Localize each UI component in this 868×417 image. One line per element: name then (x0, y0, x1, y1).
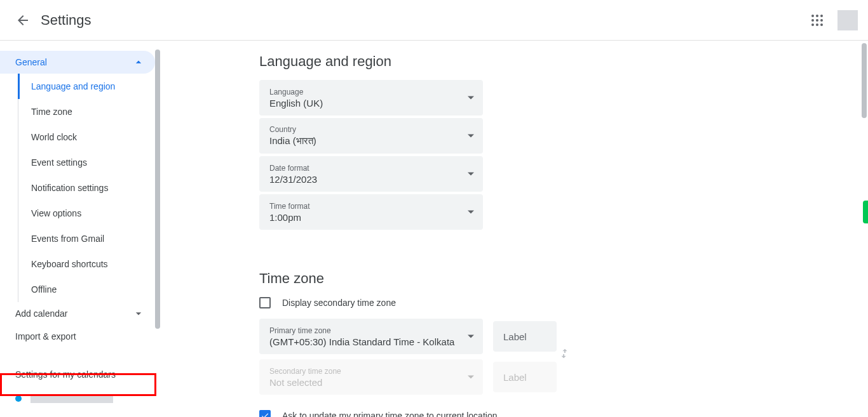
page-title: Settings (41, 12, 92, 29)
chevron-down-icon (132, 307, 145, 320)
check-icon (261, 411, 269, 417)
primary-timezone-label-input[interactable]: Label (493, 321, 557, 352)
section-title-language-region: Language and region (259, 53, 868, 70)
secondary-timezone-value: Not selected (269, 377, 478, 388)
dropdown-arrow-icon (468, 135, 474, 138)
sidebar-add-calendar-label: Add calendar (15, 308, 68, 319)
svg-point-2 (820, 15, 823, 17)
sidebar-item-notification-settings[interactable]: Notification settings (18, 175, 155, 201)
country-select-label: Country (269, 125, 478, 134)
secondary-timezone-label: Secondary time zone (269, 367, 478, 376)
sidebar-item-world-clock[interactable]: World clock (18, 124, 155, 150)
svg-point-0 (811, 15, 814, 17)
section-title-time-zone: Time zone (259, 270, 868, 287)
dropdown-arrow-icon (468, 211, 474, 214)
country-select[interactable]: Country India (भारत) (259, 118, 483, 154)
calendar-name-placeholder (31, 394, 113, 403)
date-format-select-value: 12/31/2023 (269, 174, 478, 185)
sidebar-calendar-item[interactable] (0, 386, 155, 411)
settings-sidebar: General Language and region Time zone Wo… (0, 41, 160, 417)
language-select[interactable]: Language English (UK) (259, 80, 483, 116)
sidebar-my-calendars-label: Settings for my calendars (15, 369, 116, 380)
secondary-timezone-label-input: Label (493, 362, 557, 392)
swap-timezones-button[interactable] (557, 346, 572, 361)
sidebar-item-events-from-gmail[interactable]: Events from Gmail (18, 226, 155, 251)
ask-update-tz-label: Ask to update my primary time zone to cu… (282, 411, 497, 417)
calendar-color-dot (15, 395, 22, 402)
display-secondary-tz-checkbox[interactable] (259, 297, 271, 308)
header-left: Settings (10, 8, 92, 33)
time-format-select[interactable]: Time format 1:00pm (259, 194, 483, 230)
svg-point-1 (816, 15, 818, 17)
primary-timezone-label: Primary time zone (269, 326, 478, 335)
google-apps-button[interactable] (804, 8, 830, 33)
content-scrollbar-thumb[interactable] (862, 43, 867, 118)
sidebar-section-general-label: General (15, 57, 47, 67)
display-secondary-tz-label: Display secondary time zone (282, 298, 396, 308)
ask-update-tz-row: Ask to update my primary time zone to cu… (259, 410, 868, 417)
dropdown-arrow-icon (468, 96, 474, 100)
sidebar-general-subitems: Language and region Time zone World cloc… (18, 74, 155, 302)
header-bar: Settings (0, 0, 868, 41)
sidebar-item-offline[interactable]: Offline (18, 277, 155, 302)
chevron-up-icon (132, 56, 145, 69)
header-right (804, 8, 858, 33)
dropdown-arrow-icon (468, 335, 474, 338)
country-select-value: India (भारत) (269, 135, 478, 147)
sidebar-item-view-options[interactable]: View options (18, 201, 155, 226)
sidebar-section-add-calendar[interactable]: Add calendar (0, 302, 155, 325)
arrow-back-icon (15, 13, 31, 28)
sidebar-item-event-settings[interactable]: Event settings (18, 150, 155, 175)
secondary-timezone-select: Secondary time zone Not selected (259, 359, 483, 395)
swap-vert-icon (557, 347, 571, 361)
sidebar-section-general[interactable]: General (0, 51, 155, 74)
feedback-tab[interactable] (863, 201, 868, 223)
time-format-select-label: Time format (269, 202, 478, 211)
settings-content: Language and region Language English (UK… (160, 41, 868, 417)
sidebar-section-my-calendars[interactable]: Settings for my calendars (0, 363, 155, 386)
language-select-value: English (UK) (269, 98, 478, 109)
dropdown-arrow-icon (468, 173, 474, 176)
svg-point-5 (820, 19, 823, 22)
svg-point-4 (816, 19, 818, 22)
date-format-select-label: Date format (269, 164, 478, 173)
apps-grid-icon (811, 15, 823, 26)
dropdown-arrow-icon (468, 376, 474, 379)
back-button[interactable] (10, 8, 36, 33)
display-secondary-tz-row: Display secondary time zone (259, 297, 868, 308)
primary-timezone-value: (GMT+05:30) India Standard Time - Kolkat… (269, 336, 460, 347)
svg-point-7 (816, 23, 818, 26)
language-select-label: Language (269, 88, 478, 96)
primary-timezone-select[interactable]: Primary time zone (GMT+05:30) India Stan… (259, 319, 483, 354)
ask-update-tz-checkbox[interactable] (259, 410, 271, 417)
sidebar-scrollbar-thumb[interactable] (155, 50, 160, 329)
svg-point-8 (820, 23, 823, 26)
sidebar-import-export-label: Import & export (15, 331, 76, 341)
account-avatar[interactable] (837, 10, 858, 30)
sidebar-section-import-export[interactable]: Import & export (0, 325, 155, 348)
date-format-select[interactable]: Date format 12/31/2023 (259, 156, 483, 192)
time-format-select-value: 1:00pm (269, 212, 478, 223)
svg-point-6 (811, 23, 814, 26)
sidebar-item-time-zone[interactable]: Time zone (18, 99, 155, 124)
svg-point-3 (811, 19, 814, 22)
sidebar-item-keyboard-shortcuts[interactable]: Keyboard shortcuts (18, 251, 155, 277)
sidebar-item-language-region[interactable]: Language and region (18, 74, 155, 99)
